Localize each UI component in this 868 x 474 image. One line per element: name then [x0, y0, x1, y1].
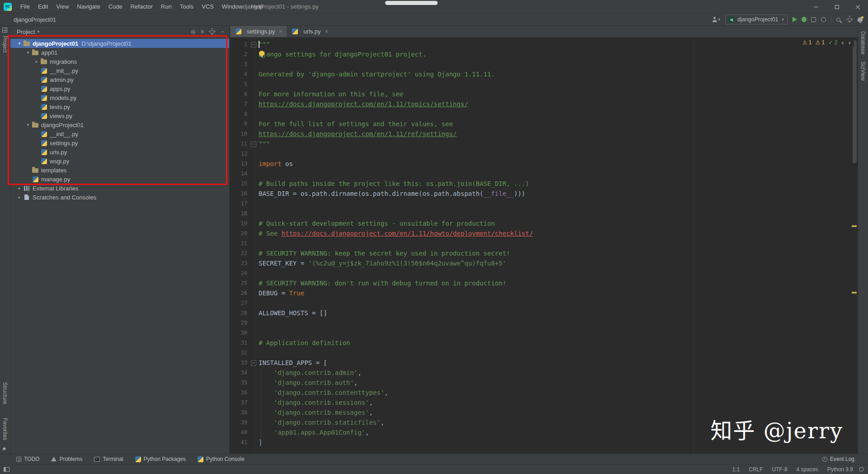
python-interpreter[interactable]: Python 3.9 [827, 466, 853, 473]
tree-item-label: settings.py [50, 140, 78, 147]
tool-tab-python-console[interactable]: Python Console [198, 456, 245, 462]
menu-run[interactable]: Run [157, 0, 176, 14]
fold-marker-icon[interactable] [247, 39, 259, 49]
statusbar-widgets: 1:1CRLFUTF-84 spacesPython 3.9 [732, 466, 853, 473]
locate-file-button[interactable]: ◎ [190, 29, 195, 34]
tree-item-label: manage.py [41, 176, 70, 183]
tree-item-urls-py[interactable]: urls.py [10, 147, 229, 156]
code-line: 29 [230, 318, 851, 328]
line-number: 8 [230, 109, 247, 119]
indent-style[interactable]: 4 spaces [797, 466, 818, 473]
line-number: 7 [230, 99, 247, 109]
tree-item-admin-py[interactable]: admin.py [10, 75, 229, 84]
line-number: 11 [230, 139, 247, 149]
menu-edit[interactable]: Edit [34, 0, 52, 14]
prev-problem-button[interactable]: ∧ [841, 40, 844, 45]
status-indicator-icon[interactable] [859, 467, 863, 471]
line-separator[interactable]: CRLF [749, 466, 763, 473]
menu-tools[interactable]: Tools [176, 0, 198, 14]
event-log-button[interactable]: Event Log [822, 456, 854, 462]
tree-item-migrations[interactable]: ▸migrations [10, 57, 229, 66]
project-breadcrumb[interactable]: djangoProject01 [14, 16, 56, 23]
maximize-button[interactable] [826, 0, 847, 14]
tool-button-structure[interactable]: Structure [2, 382, 8, 404]
tree-item-init-py[interactable]: __init__.py [10, 66, 229, 75]
tool-windows-grid-icon[interactable] [2, 28, 7, 33]
run-config-selector[interactable]: dj djangoProject01 ▾ [725, 14, 788, 24]
tool-tab-python-packages[interactable]: Python Packages [135, 456, 186, 462]
error-stripe-mark[interactable] [852, 225, 857, 227]
tree-item-models-py[interactable]: models.py [10, 93, 229, 102]
tree-item-djangoproject01[interactable]: ▾djangoProject01D:\djangoProject01 [10, 39, 229, 48]
fold-marker-icon[interactable] [247, 139, 259, 149]
close-button[interactable] [847, 0, 868, 14]
toggle-toolwindows-icon[interactable] [4, 467, 9, 472]
chevron-down-icon[interactable]: ▾ [24, 50, 32, 55]
run-button[interactable] [793, 17, 797, 22]
tool-tab-todo[interactable]: TODO [16, 456, 39, 462]
tool-tab-problems[interactable]: Problems [51, 456, 82, 462]
tree-item-djangoproject01[interactable]: ▾djangoProject01 [10, 120, 229, 129]
tree-item-templates[interactable]: templates [10, 166, 229, 175]
minimize-button[interactable] [806, 0, 826, 14]
menu-vcs[interactable]: VCS [198, 0, 218, 14]
chevron-right-icon[interactable]: ▸ [33, 59, 40, 64]
profiler-button[interactable] [821, 17, 826, 22]
debug-button[interactable] [802, 17, 806, 22]
tree-item-app01[interactable]: ▾app01 [10, 48, 229, 57]
editor-scrollbar[interactable] [853, 40, 857, 163]
tree-item-init-py[interactable]: __init__.py [10, 129, 229, 138]
tool-button-favorites[interactable]: Favorites [2, 418, 8, 440]
tree-item-tests-py[interactable]: tests.py [10, 102, 229, 111]
tool-tab-terminal[interactable]: Terminal [94, 456, 123, 462]
caret-position[interactable]: 1:1 [732, 466, 740, 473]
code-line: 36 'django.contrib.contenttypes', [230, 388, 851, 398]
line-number: 13 [230, 159, 247, 169]
tree-item-scratches-and-consoles[interactable]: ▸Scratches and Consoles [10, 193, 229, 202]
search-everywhere-button[interactable] [836, 18, 840, 22]
menu-refactor[interactable]: Refactor [127, 0, 157, 14]
code-line: 9For the full list of settings and their… [230, 119, 851, 129]
menu-file[interactable]: File [16, 0, 34, 14]
tree-item-external-libraries[interactable]: ▸External Libraries [10, 184, 229, 193]
line-number: 3 [230, 59, 247, 69]
intention-bulb-icon[interactable] [259, 51, 264, 56]
tool-button-sciview[interactable]: SciView [860, 62, 866, 81]
menu-view[interactable]: View [52, 0, 73, 14]
coverage-button[interactable] [811, 17, 816, 22]
panel-settings-button[interactable] [210, 30, 214, 34]
next-problem-button[interactable]: ∨ [848, 40, 851, 45]
tree-item-settings-py[interactable]: settings.py [10, 138, 229, 147]
menu-code[interactable]: Code [104, 0, 127, 14]
tool-button-project[interactable]: Project [2, 36, 8, 52]
project-panel-title[interactable]: Project [17, 28, 35, 35]
inspections-widget[interactable]: ⚠ 1 ⚠ 1 ✓ 2 ∧ ∨ [800, 38, 854, 47]
fold-marker-icon[interactable] [247, 358, 259, 368]
tree-item-apps-py[interactable]: apps.py [10, 84, 229, 93]
menu-navigate[interactable]: Navigate [73, 0, 104, 14]
code-editor[interactable]: 1"""2Django settings for djangoProject01… [230, 38, 858, 454]
chevron-right-icon[interactable]: ▸ [16, 195, 23, 199]
code-line: 32 [230, 348, 851, 358]
tab-urls-py[interactable]: urls.py× [287, 26, 332, 37]
vcs-user-dropdown[interactable]: ▾ [712, 17, 721, 22]
encoding[interactable]: UTF-8 [772, 466, 788, 473]
line-number: 14 [230, 169, 247, 179]
settings-gear-button[interactable] [848, 18, 852, 22]
tree-item-views-py[interactable]: views.py [10, 111, 229, 120]
close-tab-icon[interactable]: × [279, 28, 282, 35]
python-file-icon [40, 157, 47, 165]
hide-panel-button[interactable]: − [221, 29, 224, 34]
chevron-right-icon[interactable]: ▸ [16, 186, 23, 190]
view-options-button[interactable]: ≡ [201, 29, 204, 34]
tree-item-wsgi-py[interactable]: wsgi.py [10, 156, 229, 166]
close-tab-icon[interactable]: × [325, 28, 328, 35]
tree-item-manage-py[interactable]: manage.py [10, 175, 229, 184]
tab-settings-py[interactable]: settings.py× [230, 26, 287, 37]
line-number: 25 [230, 278, 247, 288]
notifications-bell-button[interactable] [858, 17, 863, 22]
chevron-down-icon[interactable]: ▾ [24, 123, 32, 127]
tool-button-database[interactable]: Database [860, 31, 866, 54]
chevron-down-icon[interactable]: ▾ [16, 41, 23, 46]
error-stripe-mark[interactable] [852, 292, 857, 294]
